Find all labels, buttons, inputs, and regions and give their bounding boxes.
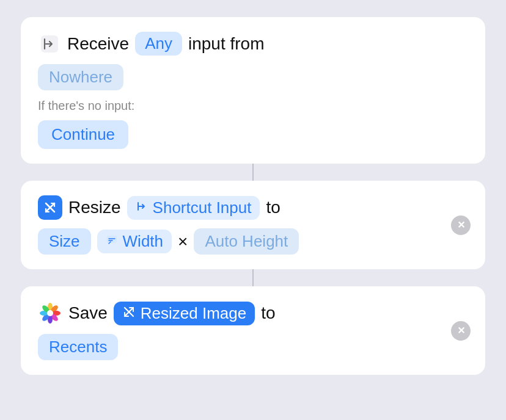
width-badge[interactable]: Width bbox=[97, 230, 172, 253]
save-close-button[interactable]: ✕ bbox=[451, 321, 471, 341]
receive-card: Receive Any input from Nowhere If there'… bbox=[21, 17, 485, 164]
shortcut-arrow-icon bbox=[136, 200, 148, 215]
save-card: Save Resized Image to Recents ✕ bbox=[21, 286, 485, 375]
auto-height-badge[interactable]: Auto Height bbox=[194, 228, 299, 255]
resize-close-button[interactable]: ✕ bbox=[451, 215, 471, 235]
input-from-text: input from bbox=[188, 34, 265, 54]
receive-row: Receive Any input from bbox=[38, 32, 468, 56]
resized-image-badge[interactable]: Resized Image bbox=[114, 302, 255, 325]
nowhere-badge[interactable]: Nowhere bbox=[38, 64, 123, 90]
message-icon bbox=[106, 234, 118, 249]
if-no-input-label: If there's no input: bbox=[38, 99, 468, 113]
resize-to-text: to bbox=[266, 198, 280, 217]
photos-icon bbox=[38, 301, 62, 325]
continue-badge[interactable]: Continue bbox=[38, 120, 128, 149]
any-badge[interactable]: Any bbox=[135, 32, 182, 56]
resize-row2: Size Width × Auto Height bbox=[38, 228, 468, 255]
save-row1: Save Resized Image to bbox=[38, 301, 468, 325]
svg-rect-1 bbox=[107, 236, 117, 243]
resize-card: Resize Shortcut Input to Size Width bbox=[21, 181, 485, 269]
shortcut-input-badge[interactable]: Shortcut Input bbox=[127, 196, 260, 220]
receive-icon bbox=[38, 32, 61, 56]
save-text: Save bbox=[68, 303, 108, 323]
resize-row1: Resize Shortcut Input to bbox=[38, 195, 468, 220]
times-text: × bbox=[178, 232, 188, 252]
connector-2 bbox=[252, 269, 254, 286]
receive-text: Receive bbox=[67, 34, 129, 54]
svg-point-11 bbox=[47, 310, 53, 316]
save-to-text: to bbox=[261, 303, 275, 323]
resize-icon bbox=[38, 195, 62, 220]
resize-badge-icon bbox=[122, 304, 136, 323]
connector-1 bbox=[252, 164, 254, 181]
recents-badge[interactable]: Recents bbox=[38, 334, 118, 360]
size-badge[interactable]: Size bbox=[38, 228, 91, 255]
resize-text: Resize bbox=[68, 198, 121, 217]
